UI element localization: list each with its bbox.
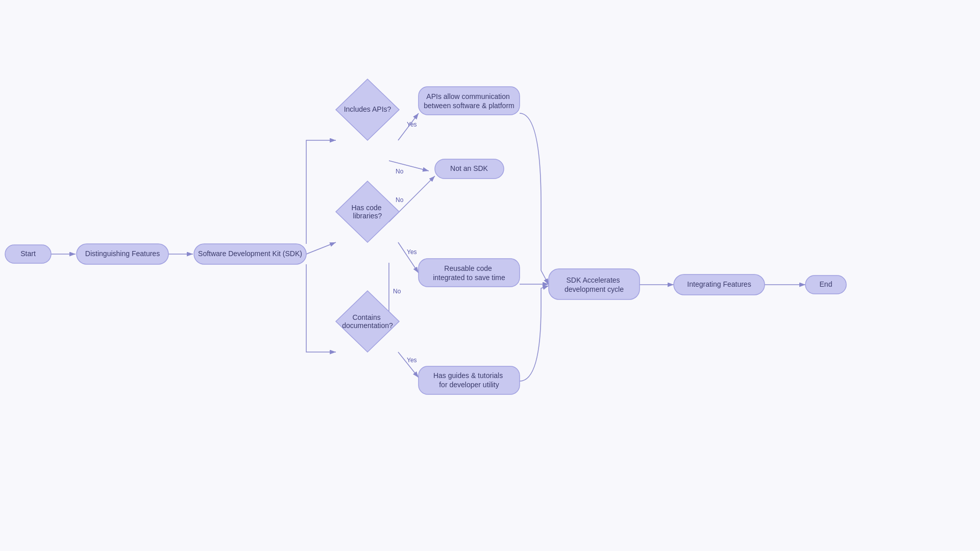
node-integrating-label: Integrating Features [687,280,751,288]
node-sdk-accelerates [549,269,640,299]
label-code-no-down: No [393,288,401,295]
node-apis-allow [419,87,520,115]
label-code-no-up: No [396,196,404,204]
label-apis-no: No [396,168,404,175]
node-not-sdk-label: Not an SDK [450,164,488,172]
label-code-yes: Yes [407,248,417,256]
node-has-code-label: Has code libraries? [351,204,383,220]
label-apis-yes: Yes [407,121,417,128]
node-end-label: End [820,280,832,288]
node-includes-apis-label: Includes APIs? [344,105,391,113]
label-docs-yes: Yes [407,357,417,364]
node-sdk-label: Software Development Kit (SDK) [198,249,302,258]
node-distinguishing-label: Distinguishing Features [85,249,160,258]
node-reusable-code [419,259,520,287]
node-start-label: Start [20,249,36,258]
